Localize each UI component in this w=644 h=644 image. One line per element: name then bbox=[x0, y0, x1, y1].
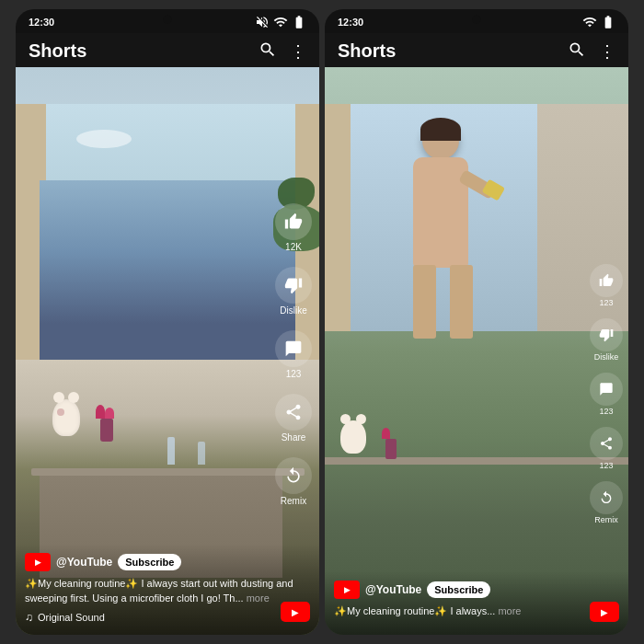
bottom-overlay-right: @YouTube Subscribe ✨My cleaning routine✨… bbox=[325, 571, 628, 635]
cloud bbox=[76, 130, 132, 148]
more-options-button-right[interactable]: ⋮ bbox=[599, 43, 615, 60]
search-icon-left bbox=[259, 40, 277, 59]
page-title-left: Shorts bbox=[29, 40, 86, 62]
video-area-right: 123 Dislike 123 bbox=[325, 67, 628, 635]
status-icons-left bbox=[255, 15, 306, 29]
share-button-right[interactable]: 123 bbox=[590, 427, 623, 470]
page-title-right: Shorts bbox=[338, 40, 396, 62]
bear-ear-left bbox=[53, 392, 64, 403]
vase bbox=[100, 419, 113, 442]
like-button-right[interactable]: 123 bbox=[590, 264, 623, 307]
status-bar-right: 12:30 bbox=[325, 9, 628, 33]
comments-icon-circle bbox=[275, 330, 312, 367]
share-icon-circle-right bbox=[590, 427, 623, 460]
comments-icon-circle-right bbox=[590, 373, 623, 406]
music-note-icon-left: ♫ bbox=[25, 611, 33, 624]
like-button-left[interactable]: 12K bbox=[275, 203, 312, 252]
table-right bbox=[325, 457, 628, 465]
bottle-2 bbox=[198, 442, 205, 465]
share-icon-circle bbox=[275, 394, 312, 431]
caption-text-right: ✨My cleaning routine✨ I always... bbox=[334, 605, 498, 616]
top-bar-right: Shorts ⋮ bbox=[325, 33, 628, 67]
camera-dot-right bbox=[472, 15, 481, 24]
bottom-overlay-left: @YouTube Subscribe ✨My cleaning routine✨… bbox=[16, 544, 319, 635]
phone-right: 12:30 Shorts ⋮ bbox=[325, 9, 628, 635]
remix-icon bbox=[284, 466, 303, 485]
search-button-left[interactable] bbox=[259, 40, 277, 62]
search-icon-right bbox=[568, 40, 586, 59]
channel-name-right[interactable]: @YouTube bbox=[365, 583, 421, 596]
status-bar-left: 12:30 bbox=[16, 9, 319, 33]
like-count-right: 123 bbox=[599, 298, 613, 307]
top-bar-left: Shorts ⋮ bbox=[16, 33, 319, 67]
like-icon-circle bbox=[275, 203, 312, 240]
curtain-l bbox=[325, 104, 351, 331]
flower-1 bbox=[96, 405, 105, 419]
phone-left: 12:30 Shorts ⋮ bbox=[16, 9, 319, 635]
caption-right: ✨My cleaning routine✨ I always... more bbox=[334, 604, 619, 618]
dislike-icon-circle-right bbox=[590, 318, 623, 351]
share-icon bbox=[284, 403, 303, 421]
remix-button-right[interactable]: Remix bbox=[590, 481, 623, 524]
vase-right bbox=[385, 439, 397, 459]
leg-left bbox=[413, 265, 436, 339]
like-icon-circle-right bbox=[590, 264, 623, 297]
time-left: 12:30 bbox=[29, 17, 54, 28]
thumbs-down-icon bbox=[284, 276, 303, 294]
city-skyline bbox=[40, 180, 294, 359]
bear-blush bbox=[57, 408, 64, 416]
phones-container: 12:30 Shorts ⋮ bbox=[16, 9, 628, 635]
bottle-1 bbox=[167, 437, 175, 465]
yt-bottom-right-right bbox=[590, 602, 619, 622]
channel-row-left: @YouTube Subscribe bbox=[25, 553, 310, 571]
remix-label-left: Remix bbox=[281, 496, 306, 506]
subscribe-button-right[interactable]: Subscribe bbox=[427, 581, 490, 598]
flower-r bbox=[382, 428, 390, 439]
remix-icon-circle bbox=[275, 457, 312, 494]
battery-icon-right bbox=[601, 15, 615, 29]
remix-icon-circle-right bbox=[590, 481, 623, 514]
share-label-left: Share bbox=[282, 432, 306, 443]
plush-right bbox=[340, 420, 366, 454]
dislike-button-left[interactable]: Dislike bbox=[275, 267, 312, 316]
more-link-left[interactable]: more bbox=[247, 592, 270, 604]
camera-dot-left bbox=[163, 15, 172, 24]
search-button-right[interactable] bbox=[568, 40, 586, 62]
comments-count-left: 123 bbox=[286, 369, 302, 379]
share-button-left[interactable]: Share bbox=[275, 394, 312, 443]
thumbs-up-icon-right bbox=[599, 273, 614, 288]
yt-logo-left bbox=[25, 553, 51, 571]
sound-name-left[interactable]: Original Sound bbox=[38, 612, 105, 623]
ear-r-r bbox=[356, 414, 366, 424]
ear-l-r bbox=[340, 414, 351, 424]
bear-ear-right bbox=[68, 392, 79, 403]
video-area-left: 12K Dislike 123 bbox=[16, 67, 319, 635]
dislike-icon-circle bbox=[275, 267, 312, 304]
channel-name-left[interactable]: @YouTube bbox=[56, 556, 112, 569]
more-link-right[interactable]: more bbox=[498, 605, 521, 616]
comments-button-right[interactable]: 123 bbox=[590, 373, 623, 416]
comments-button-left[interactable]: 123 bbox=[275, 330, 312, 379]
share-count-right: 123 bbox=[599, 461, 613, 470]
wifi-icon bbox=[273, 15, 288, 29]
chat-icon-right bbox=[599, 382, 614, 397]
channel-row-right: @YouTube Subscribe bbox=[334, 581, 619, 599]
yt-logo-right bbox=[334, 581, 360, 599]
remix-button-left[interactable]: Remix bbox=[275, 457, 312, 506]
remix-label-right: Remix bbox=[594, 515, 618, 524]
dislike-label-right: Dislike bbox=[594, 352, 619, 362]
person-hair bbox=[420, 118, 461, 141]
more-options-button-left[interactable]: ⋮ bbox=[290, 43, 306, 60]
person-silhouette bbox=[385, 122, 496, 362]
thumbs-up-icon bbox=[284, 213, 303, 231]
share-icon-right bbox=[599, 436, 614, 451]
yt-bottom-right-left bbox=[281, 602, 310, 622]
status-icons-right bbox=[582, 15, 615, 29]
battery-icon bbox=[292, 15, 306, 29]
subscribe-button-left[interactable]: Subscribe bbox=[118, 554, 181, 570]
leg-right bbox=[450, 265, 473, 339]
flower-2 bbox=[105, 408, 114, 419]
header-icons-left: ⋮ bbox=[259, 40, 306, 62]
dislike-button-right[interactable]: Dislike bbox=[590, 318, 623, 362]
header-icons-right: ⋮ bbox=[568, 40, 615, 62]
